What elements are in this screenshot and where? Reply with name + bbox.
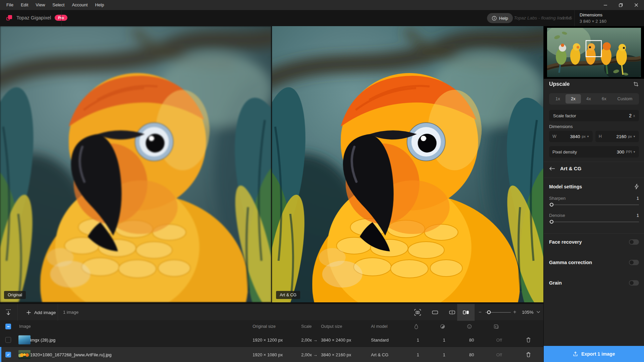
minimize-button[interactable]	[598, 0, 613, 10]
scale-6x-button[interactable]: 6x	[596, 94, 612, 104]
height-value[interactable]: 2160	[616, 134, 626, 139]
scale-factor-unit: x	[633, 114, 635, 118]
help-button[interactable]: Help	[487, 13, 513, 23]
gamma-correction-toggle[interactable]	[629, 260, 639, 265]
scale-factor-label: Scale factor	[553, 113, 576, 118]
check-icon	[6, 353, 10, 356]
sidebar-divider	[544, 162, 644, 162]
zoom-level-value[interactable]: 105%	[522, 304, 534, 321]
original-image-panel[interactable]: Original	[0, 26, 271, 302]
sharpen-slider-track[interactable]	[549, 204, 639, 205]
image-count: 1 image	[63, 304, 78, 321]
model-header: Art & CG	[549, 166, 581, 171]
scale-factor-row[interactable]: Scale factor 2 x	[549, 110, 639, 121]
toggle-knob	[630, 281, 634, 285]
pro-badge: Pro	[55, 15, 67, 21]
toolbar-divider	[17, 304, 18, 321]
enhanced-parrot-image	[272, 26, 543, 302]
side-by-side-view-button[interactable]	[462, 308, 470, 316]
dock-down-arrow-icon	[5, 308, 12, 316]
ai-model-value: Standard	[371, 337, 389, 342]
height-unit-chevron-icon[interactable]: ▼	[633, 135, 636, 138]
navigator-thumbnail[interactable]	[544, 26, 644, 79]
add-image-label: Add image	[34, 310, 56, 315]
snapshot-view-button[interactable]	[414, 308, 422, 316]
toolbar-divider	[58, 304, 58, 321]
scale-value: 2,00x →	[301, 337, 317, 342]
sharpen-slider-thumb[interactable]	[550, 203, 553, 206]
face-recovery-value: 80	[467, 352, 476, 357]
titlebar-divider	[61, 10, 62, 26]
menu-edit[interactable]: Edit	[17, 0, 32, 10]
scale-2x-button[interactable]: 2x	[566, 94, 581, 104]
sharpen-value: 1	[414, 337, 422, 342]
gamma-correction-row: Gamma correction	[549, 260, 639, 265]
delete-row-button[interactable]	[526, 352, 531, 357]
add-image-button[interactable]: Add image	[21, 304, 61, 321]
enhanced-image-panel[interactable]: Art & CG	[272, 26, 543, 302]
restore-icon	[619, 3, 623, 7]
denoise-value: 1	[637, 213, 639, 218]
zoom-slider-thumb[interactable]	[487, 310, 491, 314]
single-view-icon	[431, 308, 439, 316]
menu-help[interactable]: Help	[91, 0, 108, 10]
table-row-selected[interactable]: 1920×1080_1677268_[www.ArtFile.ru].jpg 1…	[0, 347, 543, 362]
original-parrot-image	[0, 26, 271, 302]
denoise-slider-header: Denoise 1	[549, 213, 639, 218]
comparison-viewer: Original Art & CG	[0, 26, 543, 302]
scale-factor-value[interactable]: 2	[629, 113, 632, 118]
indeterminate-icon	[7, 325, 10, 328]
scale-4x-button[interactable]: 4x	[581, 94, 596, 104]
width-field[interactable]: W 3840 px ▼	[549, 131, 593, 142]
menu-account[interactable]: Account	[68, 0, 91, 10]
pixel-density-value[interactable]: 300	[617, 149, 625, 155]
upscale-title: Upscale	[549, 81, 570, 87]
width-value[interactable]: 3840	[570, 134, 580, 139]
maximize-button[interactable]	[613, 0, 629, 10]
trash-icon	[527, 338, 530, 342]
menu-view[interactable]: View	[32, 0, 49, 10]
pixel-density-chevron-icon[interactable]: ▼	[633, 150, 636, 154]
delete-row-button[interactable]	[526, 337, 531, 343]
file-name: 1920×1080_1677268_[www.ArtFile.ru].jpg	[30, 352, 111, 357]
image-queue-table: Image Original size Scale Output size AI…	[0, 320, 543, 362]
lightning-icon[interactable]	[634, 184, 639, 189]
output-size-value: 3840 × 2160 px	[321, 352, 351, 357]
row-thumbnail	[18, 350, 31, 359]
close-icon	[634, 3, 638, 7]
close-button[interactable]	[629, 0, 644, 10]
sharpen-value: 1	[414, 352, 422, 357]
denoise-slider-track[interactable]	[549, 222, 639, 222]
width-label: W	[552, 134, 556, 139]
crop-button[interactable]	[633, 81, 639, 87]
single-view-button[interactable]	[431, 308, 439, 316]
row-checkbox[interactable]	[5, 337, 11, 343]
title-bar: Topaz Gigapixel Pro Help Topaz Labs - fl…	[0, 10, 644, 26]
face-recovery-toggle[interactable]	[629, 239, 639, 245]
height-field[interactable]: H 2160 px ▼	[595, 131, 639, 142]
dimensions-value: 3 840 × 2 160	[580, 19, 606, 24]
scale-custom-button[interactable]: Custom	[612, 94, 638, 104]
width-unit-chevron-icon[interactable]: ▼	[587, 135, 589, 138]
table-row[interactable]: imgx (28).jpg 1920 × 1200 px 2,00x → 384…	[0, 333, 543, 347]
export-button[interactable]: Export 1 image	[544, 346, 644, 362]
app-name: Topaz Gigapixel	[16, 15, 51, 20]
pixel-density-field[interactable]: Pixel density 300 PPI ▼	[549, 146, 639, 158]
split-view-button[interactable]	[448, 308, 456, 316]
row-checkbox-checked[interactable]	[5, 352, 11, 357]
menu-items: File Edit View Select Account Help	[0, 0, 108, 10]
split-view-icon	[448, 308, 456, 316]
menu-select[interactable]: Select	[49, 0, 68, 10]
scale-1x-button[interactable]: 1x	[550, 94, 566, 104]
denoise-slider-thumb[interactable]	[550, 220, 553, 224]
toggle-knob	[630, 260, 634, 264]
collapse-tray-button[interactable]	[5, 308, 12, 316]
app-logo: Topaz Gigapixel Pro	[6, 14, 67, 21]
zoom-in-button[interactable]: +	[513, 304, 516, 320]
back-arrow-icon[interactable]	[549, 166, 555, 171]
select-all-checkbox[interactable]	[5, 324, 11, 329]
menu-file[interactable]: File	[3, 0, 17, 10]
grain-toggle[interactable]	[629, 280, 639, 286]
zoom-chevron-down-icon[interactable]	[536, 311, 540, 313]
zoom-out-button[interactable]: −	[479, 304, 482, 320]
